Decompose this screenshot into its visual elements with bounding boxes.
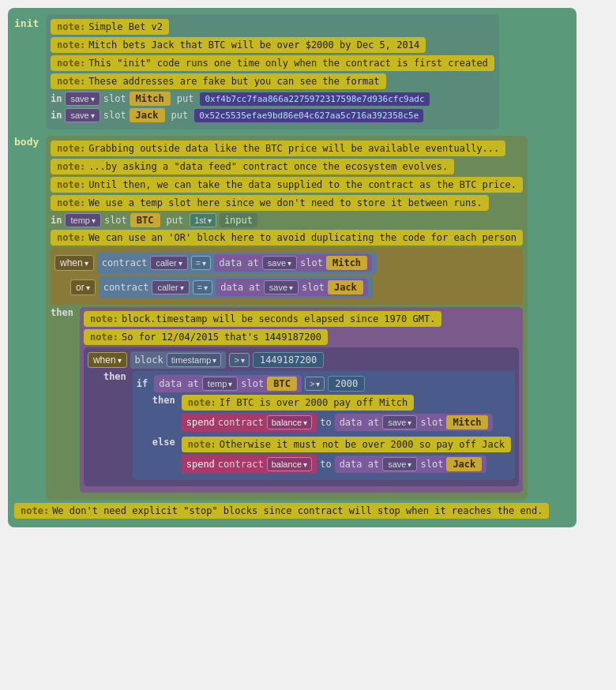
in-label-mitch: in [51, 93, 62, 104]
init-label: init [14, 14, 46, 29]
init-note-4: note: These addresses are fake but you c… [51, 73, 494, 89]
body-label: body [14, 133, 46, 148]
gt-btn-timestamp[interactable]: > [229, 353, 249, 367]
spend-mitch-block: spend contract balance [182, 413, 317, 432]
spend-jack-data-at: data at save slot Jack [335, 456, 487, 473]
save-dropdown-mitch-spend[interactable]: save [382, 415, 417, 429]
btc-value: 2000 [328, 376, 365, 392]
body-content: note: Grabbing outside data like the BTC… [46, 136, 528, 500]
note-label-4: note: [57, 76, 85, 87]
mitch-when-pill: Mitch [326, 256, 367, 270]
then-note-text-1: block.timestamp will be seconds elapsed … [122, 313, 435, 324]
if-row: if data at temp slot BTC > 2000 [137, 375, 511, 392]
init-note-1: note: Simple Bet v2 [51, 19, 494, 35]
init-note-text-2: Mitch bets Jack that BTC will be over $2… [88, 39, 419, 51]
nested-when-row: when block timestamp > 1449187200 [88, 351, 515, 369]
else-jack-note: note: Otherwise it must not be over 2000… [182, 437, 511, 452]
first-input-dropdown[interactable]: 1st [190, 213, 216, 227]
when-block: when contract caller = data at save slot… [51, 248, 523, 305]
when-button[interactable]: when [54, 255, 94, 271]
btc-if-pill: BTC [267, 377, 297, 391]
save-dropdown-1[interactable]: save [262, 256, 297, 270]
timestamp-dropdown[interactable]: timestamp [167, 353, 222, 367]
eq-btn-2[interactable]: = [193, 280, 212, 294]
footer-note-text: We don't need explicit "stop" blocks sin… [52, 505, 543, 516]
then-outer-row: then note: block.timestamp will be secon… [51, 307, 523, 495]
condition-block-2: contract caller = data at save slot Jack [99, 276, 373, 298]
mitch-spend-pill: Mitch [446, 415, 487, 429]
body-in-btc: in temp slot BTC put 1st input [51, 213, 523, 227]
then-note-1: note: block.timestamp will be seconds el… [84, 311, 519, 327]
then-mitch-note: note: If BTC is over 2000 pay off Mitch [182, 395, 493, 411]
then-note-text-2: So for 12/04/2015 that's 1449187200 [122, 332, 321, 343]
then-mitch-content: note: If BTC is over 2000 pay off Mitch … [182, 395, 493, 434]
nested-if-block: if data at temp slot BTC > 2000 [133, 371, 515, 480]
input-label: input [220, 213, 257, 227]
balance-dropdown-mitch[interactable]: balance [267, 415, 313, 429]
eq-btn-1[interactable]: = [191, 256, 211, 270]
timestamp-value: 1449187200 [253, 352, 324, 368]
body-note-3: note: Until then, we can take the data s… [51, 177, 523, 193]
init-note-text-3: This "init" code runs one time only when… [88, 58, 488, 69]
spend-jack-block: spend contract balance [182, 455, 317, 474]
slot-label-jack: slot [103, 110, 126, 121]
body-section: body note: Grabbing outside data like th… [14, 133, 570, 500]
body-note-1: note: Grabbing outside data like the BTC… [51, 141, 523, 156]
temp-dropdown-if[interactable]: temp [202, 377, 238, 391]
init-note-text-4: These addresses are fake but you can see… [88, 76, 379, 87]
temp-dropdown-btc[interactable]: temp [65, 213, 100, 227]
body-note-text-2: ...by asking a "data feed" contract once… [88, 161, 448, 172]
data-at-block-2: data at save slot Jack [216, 279, 368, 296]
when-row: when contract caller = data at save slot… [54, 252, 519, 274]
then-outer-block: note: block.timestamp will be seconds el… [80, 307, 523, 493]
gt-btn-btc[interactable]: > [305, 377, 325, 391]
data-at-block-1: data at save slot Mitch [214, 254, 372, 272]
then-mitch-note-text: If BTC is over 2000 pay off Mitch [220, 397, 408, 408]
init-note-text-1: Simple Bet v2 [88, 21, 163, 32]
jack-address: 0x52c5535efae9bd86e04c627aa5c716a392358c… [194, 109, 423, 122]
nested-when-button[interactable]: when [88, 352, 127, 368]
init-note-3: note: This "init" code runs one time onl… [51, 55, 494, 71]
init-in-mitch: in save slot Mitch put 0xf4b7cc7faa866a2… [51, 92, 494, 106]
in-label-jack: in [51, 110, 62, 121]
jack-spend-pill: Jack [446, 457, 482, 471]
put-label-jack: put [171, 110, 189, 121]
save-dropdown-jack[interactable]: save [65, 108, 100, 122]
mitch-name-pill: Mitch [130, 92, 171, 106]
slot-label-mitch: slot [103, 93, 126, 104]
spend-jack-row: spend contract balance to data at sa [182, 455, 511, 474]
body-note-text-4: We use a temp slot here since we don't n… [88, 197, 483, 208]
body-note-or: note: We can use an 'OR' block here to a… [51, 230, 523, 246]
init-content: note: Simple Bet v2 note: Mitch bets Jac… [46, 14, 499, 129]
note-label-3: note: [57, 58, 85, 69]
if-data-at-block: data at temp slot BTC [154, 375, 302, 392]
put-label-mitch: put [177, 93, 194, 104]
spend-mitch-data-at: data at save slot Mitch [335, 414, 493, 431]
init-in-jack: in save slot Jack put 0x52c5535efae9bd86… [51, 108, 494, 122]
jack-name-pill: Jack [130, 108, 165, 122]
save-dropdown-2[interactable]: save [264, 280, 299, 294]
footer-note-row: note: We don't need explicit "stop" bloc… [14, 503, 570, 519]
block-timestamp-block: block timestamp [130, 351, 227, 369]
main-container: init note: Simple Bet v2 note: Mitch bet… [8, 8, 577, 527]
balance-dropdown-jack[interactable]: balance [267, 457, 313, 471]
body-note-text-3: Until then, we can take the data supplie… [88, 179, 516, 190]
body-note-text-1: Grabbing outside data like the BTC price… [88, 143, 499, 154]
save-dropdown-jack-spend[interactable]: save [382, 457, 417, 471]
else-jack-row: else note: Otherwise it must not be over… [152, 437, 511, 476]
save-dropdown-mitch[interactable]: save [65, 92, 100, 106]
body-note-4: note: We use a temp slot here since we d… [51, 195, 523, 211]
jack-when-pill: Jack [328, 280, 363, 294]
or-button[interactable]: or [70, 279, 96, 295]
or-row: or contract caller = data at save slot J… [70, 276, 519, 298]
init-section: init note: Simple Bet v2 note: Mitch bet… [14, 14, 570, 129]
body-note-or-text: We can use an 'OR' block here to avoid d… [88, 232, 516, 243]
caller-dropdown-2[interactable]: caller [152, 280, 189, 294]
spend-mitch-row: spend contract balance to data at sa [182, 413, 493, 432]
caller-dropdown-1[interactable]: caller [150, 256, 187, 270]
then-note-2: note: So for 12/04/2015 that's 144918720… [84, 329, 519, 345]
init-note-2: note: Mitch bets Jack that BTC will be o… [51, 37, 494, 53]
else-jack-content: note: Otherwise it must not be over 2000… [182, 437, 511, 476]
note-label-2: note: [57, 39, 85, 51]
nested-when-block: when block timestamp > 1449187200 then [84, 347, 519, 486]
